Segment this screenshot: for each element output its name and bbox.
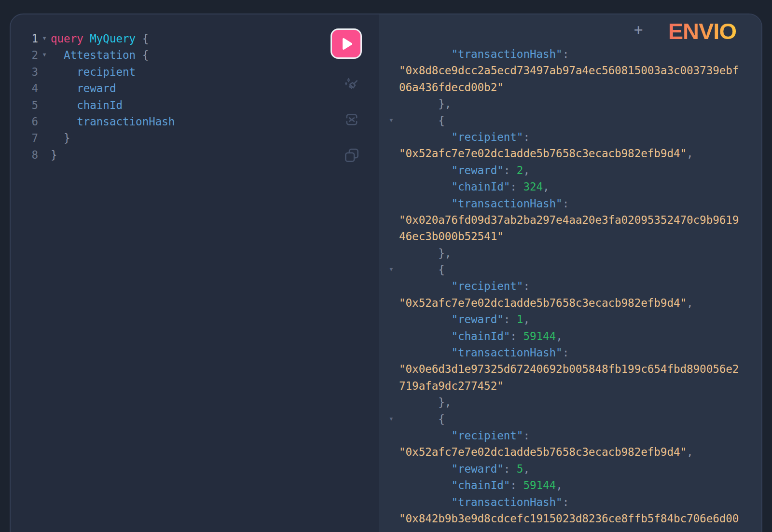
fold-caret-down-icon[interactable]: ▼ bbox=[38, 47, 51, 63]
query-code-line: 2▼ Attestation { bbox=[11, 47, 379, 63]
response-json-line: "chainId": 59144, bbox=[379, 328, 762, 344]
response-json-line: 719afa9dc277452" bbox=[379, 378, 762, 394]
fold-caret-down-icon[interactable]: ▼ bbox=[379, 112, 399, 129]
line-number: 4 bbox=[11, 80, 38, 96]
fold-caret-placeholder bbox=[379, 278, 399, 294]
query-code-line: 3 recipient bbox=[11, 64, 379, 80]
prettify-sparkle-broom-icon bbox=[343, 76, 360, 94]
response-json-line: "reward": 2, bbox=[379, 162, 762, 178]
response-json-line: }, bbox=[379, 245, 762, 261]
query-code-line: 1▼query MyQuery { bbox=[11, 30, 379, 47]
response-pane: "transactionHash":"0x8d8ce9dcc2a5ecd7349… bbox=[379, 14, 762, 532]
query-code-line: 7 } bbox=[11, 130, 379, 146]
play-icon bbox=[339, 37, 354, 51]
fold-caret-placeholder bbox=[379, 195, 399, 212]
response-json-line: "recipient": bbox=[379, 129, 762, 145]
response-json-line: ▼ { bbox=[379, 261, 762, 278]
response-json-line: "0x52afc7e7e02dc1adde5b7658c3ecacb982efb… bbox=[379, 145, 762, 162]
add-tab-button[interactable]: + bbox=[630, 21, 647, 38]
response-json-line: }, bbox=[379, 95, 762, 112]
fold-caret-down-icon[interactable]: ▼ bbox=[379, 261, 399, 278]
fold-caret-placeholder bbox=[379, 79, 399, 95]
line-number: 5 bbox=[11, 97, 38, 113]
query-code-line: 5 chainId bbox=[11, 97, 379, 113]
response-json-line: "recipient": bbox=[379, 278, 762, 294]
fold-caret-placeholder bbox=[379, 378, 399, 394]
response-json-line: }, bbox=[379, 394, 762, 410]
merge-fragments-icon bbox=[343, 111, 360, 128]
line-number: 6 bbox=[11, 113, 38, 130]
query-code-line: 4 reward bbox=[11, 80, 379, 96]
fold-caret-placeholder bbox=[379, 129, 399, 145]
fold-caret-placeholder bbox=[38, 113, 51, 130]
response-json-line: "transactionHash": bbox=[379, 195, 762, 212]
fold-caret-placeholder bbox=[379, 295, 399, 311]
fold-caret-placeholder bbox=[38, 130, 51, 146]
plus-icon: + bbox=[634, 21, 643, 38]
fold-caret-placeholder bbox=[379, 461, 399, 477]
envio-logo: ENVIO bbox=[668, 18, 736, 44]
prettify-query-button[interactable] bbox=[341, 74, 362, 95]
fold-caret-placeholder bbox=[379, 178, 399, 195]
response-json-line: 46ec3b000b52541" bbox=[379, 228, 762, 245]
response-json-line: ▼ { bbox=[379, 112, 762, 129]
fold-caret-placeholder bbox=[38, 97, 51, 113]
graphiql-playground: 1▼query MyQuery {2▼ Attestation {3 recip… bbox=[10, 14, 762, 532]
response-json-line: "0x842b9b3e9d8cdcefc1915023d8236ce8ffb5f… bbox=[379, 510, 762, 527]
fold-caret-placeholder bbox=[379, 328, 399, 344]
fold-caret-placeholder bbox=[379, 62, 399, 79]
fold-caret-placeholder bbox=[379, 494, 399, 510]
line-number: 7 bbox=[11, 130, 38, 146]
fold-caret-placeholder bbox=[379, 427, 399, 444]
response-json-line: "0x020a76fd09d37ab2ba297e4aa20e3fa020953… bbox=[379, 212, 762, 228]
fold-caret-placeholder bbox=[379, 344, 399, 361]
fold-caret-placeholder bbox=[38, 64, 51, 80]
query-editor-code[interactable]: 1▼query MyQuery {2▼ Attestation {3 recip… bbox=[11, 14, 379, 163]
line-number: 8 bbox=[11, 147, 38, 163]
response-json-line: "transactionHash": bbox=[379, 46, 762, 62]
query-code-line: 8} bbox=[11, 147, 379, 163]
copy-query-button[interactable] bbox=[341, 145, 362, 166]
fold-caret-placeholder bbox=[379, 361, 399, 377]
fold-caret-down-icon[interactable]: ▼ bbox=[38, 30, 51, 47]
response-json-line: "transactionHash": bbox=[379, 344, 762, 361]
response-json-line: "chainId": 324, bbox=[379, 178, 762, 195]
execute-query-button[interactable] bbox=[331, 28, 362, 59]
query-code-line: 6 transactionHash bbox=[11, 113, 379, 130]
fold-caret-placeholder bbox=[379, 228, 399, 245]
fold-caret-placeholder bbox=[379, 145, 399, 162]
merge-fragments-button[interactable] bbox=[341, 109, 362, 130]
response-json-line: ▼ { bbox=[379, 411, 762, 427]
fold-caret-placeholder bbox=[379, 212, 399, 228]
query-editor-pane[interactable]: 1▼query MyQuery {2▼ Attestation {3 recip… bbox=[11, 14, 379, 532]
copy-icon bbox=[343, 147, 360, 164]
fold-caret-placeholder bbox=[38, 80, 51, 96]
fold-caret-placeholder bbox=[379, 311, 399, 327]
fold-caret-placeholder bbox=[379, 477, 399, 493]
fold-caret-placeholder bbox=[379, 394, 399, 410]
response-json-line: "0x0e6d3d1e97325d67240692b005848fb199c65… bbox=[379, 361, 762, 377]
response-json-line: "reward": 5, bbox=[379, 461, 762, 477]
response-json-line: "0x8d8ce9dcc2a5ecd73497ab97a4ec560815003… bbox=[379, 62, 762, 79]
response-json-line: "recipient": bbox=[379, 427, 762, 444]
fold-caret-placeholder bbox=[379, 245, 399, 261]
line-number: 1 bbox=[11, 30, 38, 47]
response-json-line: "transactionHash": bbox=[379, 494, 762, 510]
response-json-line: 06a436fdecd00b2" bbox=[379, 79, 762, 95]
line-number: 2 bbox=[11, 47, 38, 63]
fold-caret-placeholder bbox=[379, 95, 399, 112]
fold-caret-placeholder bbox=[379, 46, 399, 62]
fold-caret-down-icon[interactable]: ▼ bbox=[379, 411, 399, 427]
line-number: 3 bbox=[11, 64, 38, 80]
response-json: "transactionHash":"0x8d8ce9dcc2a5ecd7349… bbox=[379, 14, 762, 527]
response-json-line: "0x52afc7e7e02dc1adde5b7658c3ecacb982efb… bbox=[379, 295, 762, 311]
response-json-line: "chainId": 59144, bbox=[379, 477, 762, 493]
response-json-line: "0x52afc7e7e02dc1adde5b7658c3ecacb982efb… bbox=[379, 444, 762, 460]
fold-caret-placeholder bbox=[379, 444, 399, 460]
fold-caret-placeholder bbox=[379, 510, 399, 527]
response-json-line: "reward": 1, bbox=[379, 311, 762, 327]
fold-caret-placeholder bbox=[379, 162, 399, 178]
fold-caret-placeholder bbox=[38, 147, 51, 163]
